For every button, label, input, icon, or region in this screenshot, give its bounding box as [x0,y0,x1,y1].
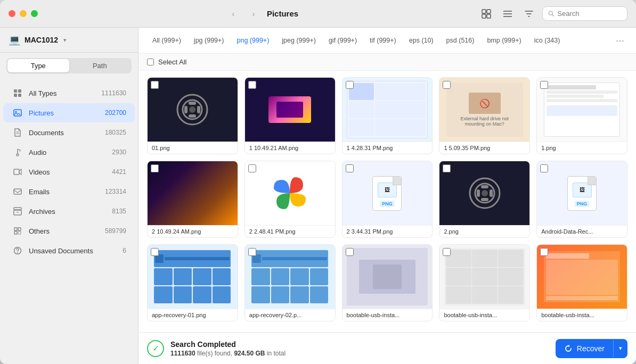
item-checkbox[interactable] [248,248,256,256]
archives-icon [12,205,23,217]
svg-rect-12 [18,94,21,97]
tab-path[interactable]: Path [69,59,131,72]
item-checkbox[interactable] [248,164,256,172]
file-size: 924.50 GB [234,350,265,357]
recover-dropdown-button[interactable]: ▾ [613,340,627,357]
filter-tab-jpg[interactable]: jpg (999+) [189,35,230,46]
sidebar-item-videos[interactable]: Videos 4421 [3,162,135,181]
filter-tab-jpeg[interactable]: jpeg (999+) [276,35,321,46]
svg-rect-18 [14,189,21,194]
item-checkbox[interactable] [443,164,451,172]
svg-rect-28 [184,106,187,113]
pictures-label: Pictures [29,109,105,117]
maximize-button[interactable] [31,10,38,17]
thumbnail: 🖼 PNG [537,161,627,225]
filter-tab-psd[interactable]: psd (516) [441,35,480,46]
title-center: ‹ › Pictures [46,7,478,21]
filter-button[interactable] [521,6,537,22]
item-label: 2 3.44.31 PM.png [343,225,433,237]
grid-item[interactable]: 1.png [536,77,627,154]
item-label: 1 4.28.31 PM.png [343,142,433,154]
item-label: bootable-usb-insta... [537,309,627,321]
grid-item[interactable]: bootable-usb-insta... [342,244,433,321]
pictures-icon [12,107,23,119]
item-label: 01.png [148,142,238,154]
item-checkbox[interactable] [443,81,451,89]
emails-icon [12,186,23,197]
svg-rect-2 [482,14,486,18]
item-checkbox[interactable] [346,164,354,172]
filter-tab-eps[interactable]: eps (10) [404,35,439,46]
grid-item[interactable]: 1 4.28.31 PM.png [342,77,433,154]
list-view-button[interactable] [500,6,516,22]
filter-tab-bmp[interactable]: bmp (999+) [482,35,526,46]
close-button[interactable] [9,10,15,17]
sidebar: 💻 MAC1012 ▾ Type Path [0,28,138,364]
filter-tab-all[interactable]: All (999+) [147,35,186,46]
grid-item[interactable]: 2 10.49.24 AM.png [147,161,238,238]
search-box[interactable] [542,6,627,21]
thumbnail [148,78,238,142]
more-filters-button[interactable]: ⋯ [613,33,627,48]
filter-tab-png[interactable]: png (999+) [232,35,275,46]
sidebar-item-all-types[interactable]: All Types 1111630 [3,84,135,103]
sidebar-item-documents[interactable]: Documents 180325 [3,123,135,142]
grid-item[interactable]: 2.png [439,161,530,238]
svg-rect-13 [14,110,21,116]
grid-item[interactable]: app-recovery-02.p... [244,244,336,321]
item-label: 2 10.49.24 AM.png [148,225,238,237]
item-checkbox[interactable] [151,248,159,256]
grid-view-button[interactable] [478,6,494,22]
sidebar-item-audio[interactable]: Audio 2930 [3,143,135,162]
chevron-down-icon[interactable]: ▾ [63,37,67,44]
item-checkbox[interactable] [151,164,159,172]
sidebar-item-pictures[interactable]: Pictures 202700 [3,103,135,122]
select-all-label[interactable]: Select All [158,58,186,66]
pictures-count: 202700 [105,109,126,117]
item-checkbox[interactable] [540,164,548,172]
grid-item[interactable]: 2 2.48.41 PM.png [244,161,336,238]
tab-type[interactable]: Type [7,59,69,72]
svg-rect-3 [487,14,491,18]
item-checkbox[interactable] [540,248,548,256]
sidebar-item-emails[interactable]: Emails 123314 [3,182,135,201]
item-checkbox[interactable] [248,81,256,89]
grid-item[interactable]: 🖼 PNG Android-Data-Rec... [536,161,627,238]
recover-button-group[interactable]: Recover ▾ [556,339,627,358]
grid-item[interactable]: 🚫 External hard drive notmounting on Mac… [439,77,530,154]
minimize-button[interactable] [20,10,27,17]
item-checkbox[interactable] [151,81,159,89]
sidebar-item-unsaved[interactable]: Unsaved Documents 6 [3,241,135,260]
item-checkbox[interactable] [346,81,354,89]
filter-tab-ico[interactable]: ico (343) [529,35,566,46]
filter-tab-tif[interactable]: tif (999+) [364,35,402,46]
grid-item[interactable]: 🖼 PNG 2 3.44.31 PM.png [342,161,433,238]
grid-container[interactable]: 01.png 1 10.49.21 AM.png [138,71,636,332]
recover-button[interactable]: Recover [556,339,613,358]
item-checkbox[interactable] [540,81,548,89]
item-label: app-recovery-01.png [148,309,238,321]
grid-item[interactable]: app-recovery-01.png [147,244,238,321]
grid-icon [482,9,491,19]
grid-item[interactable]: 01.png [147,77,238,154]
grid-item[interactable]: 1 10.49.21 AM.png [244,77,336,154]
back-button[interactable]: ‹ [226,7,240,21]
grid-item[interactable]: bootable-usb-insta... [439,244,530,321]
grid-item[interactable]: bootable-usb-insta... [536,244,627,321]
svg-rect-29 [197,106,200,113]
all-types-icon [12,87,23,99]
select-all-checkbox[interactable] [147,59,154,65]
sidebar-tabs: Type Path [6,58,132,73]
thumbnail [245,161,335,225]
item-checkbox[interactable] [443,248,451,256]
item-checkbox[interactable] [346,248,354,256]
search-input[interactable] [557,10,622,18]
mac-drive-icon: 💻 [9,34,20,46]
forward-button[interactable]: › [247,7,260,21]
traffic-lights [9,10,38,17]
file-count: 1111630 [170,350,195,357]
select-all-row: Select All [138,54,636,71]
sidebar-item-others[interactable]: Others 589799 [3,221,135,241]
sidebar-item-archives[interactable]: Archives 8135 [3,202,135,221]
filter-tab-gif[interactable]: gif (999+) [323,35,362,46]
